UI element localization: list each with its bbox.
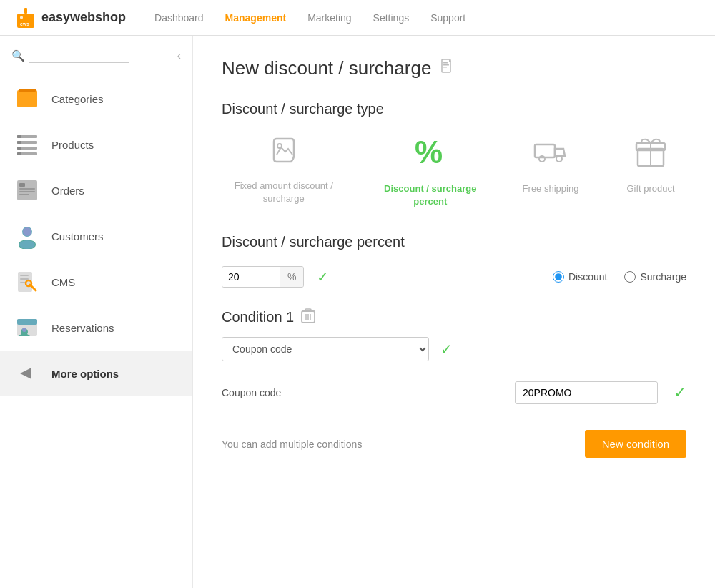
condition-header: Condition 1 [222,308,686,327]
svg-rect-40 [535,144,555,157]
percent-row: % ✓ Discount Surcharge [222,266,686,288]
page-title: New discount / surcharge [222,57,431,79]
sidebar-item-cms[interactable]: CMS [0,259,192,305]
nav-marketing[interactable]: Marketing [307,12,351,24]
percent-section-title: Discount / surcharge percent [222,234,686,250]
percent-check-icon: ✓ [317,268,329,285]
svg-rect-5 [19,89,36,92]
sidebar-item-more-options[interactable]: More options [0,351,192,396]
sidebar-item-more-options-label: More options [51,368,119,380]
sidebar-item-categories-label: Categories [51,93,104,105]
topnav: ews easywebshop Dashboard Management Mar… [0,0,715,36]
condition-title: Condition 1 [222,309,294,325]
search-icon: 🔍 [11,49,25,62]
type-cards: Fixed amount discount / surcharge % Disc… [222,133,686,208]
radio-discount-label: Discount [568,271,607,283]
sidebar: 🔍 ‹ Categories [0,36,193,588]
sidebar-item-categories[interactable]: Categories [0,76,192,122]
svg-rect-15 [19,183,25,187]
svg-rect-30 [17,319,37,325]
reservations-icon [14,315,40,340]
customers-icon [14,223,40,249]
search-input[interactable] [29,49,129,63]
sidebar-item-products-label: Products [51,139,94,151]
sidebar-item-orders[interactable]: Orders [0,167,192,213]
svg-rect-16 [19,188,35,190]
sidebar-item-cms-label: CMS [51,276,75,288]
coupon-label: Coupon code [222,387,365,398]
main-content: New discount / surcharge Discount / surc… [193,36,715,588]
percent-icon: % [412,133,449,175]
type-card-gift[interactable]: Gift product [615,133,686,208]
type-card-percent[interactable]: % Discount / surcharge percent [375,133,487,208]
type-card-percent-label: Discount / surcharge percent [375,182,487,208]
svg-rect-37 [443,67,447,68]
nav-support[interactable]: Support [430,12,465,24]
svg-rect-24 [20,275,29,276]
svg-rect-35 [443,62,448,64]
logo-text: easywebshop [41,10,126,25]
type-card-fixed-label: Fixed amount discount / surcharge [222,180,346,205]
radio-discount-input[interactable] [553,271,564,283]
condition-select-row: Coupon code Minimum order amount Custome… [222,337,686,361]
logo-icon: ews [14,6,37,29]
coupon-row: Coupon code ✓ [222,381,686,404]
type-section-title: Discount / surcharge type [222,101,686,117]
nav-dashboard[interactable]: Dashboard [154,12,204,24]
radio-surcharge-label: Surcharge [640,271,686,283]
shipping-icon [532,133,569,175]
coupon-input[interactable] [515,381,658,404]
discount-surcharge-radio-group: Discount Surcharge [553,271,686,283]
sidebar-item-products[interactable]: Products [0,122,192,167]
radio-discount[interactable]: Discount [553,271,607,283]
svg-point-32 [22,328,26,332]
svg-point-22 [19,240,35,249]
type-card-shipping[interactable]: Free shipping [515,133,586,208]
bottom-row: You can add multiple conditions New cond… [222,430,686,458]
condition-check-icon: ✓ [440,340,453,358]
search-bar: 🔍 ‹ [0,43,192,69]
categories-icon [14,86,40,112]
nav-settings[interactable]: Settings [373,12,410,24]
radio-surcharge[interactable]: Surcharge [624,271,686,283]
svg-rect-1 [20,16,23,19]
new-condition-button[interactable]: New condition [585,430,686,458]
svg-rect-4 [17,90,37,107]
svg-rect-9 [17,141,21,144]
orders-icon [14,177,40,203]
svg-text:%: % [415,134,443,170]
sidebar-item-reservations-label: Reservations [51,322,114,334]
cms-icon [14,269,40,295]
more-options-icon [14,361,40,386]
sidebar-item-reservations[interactable]: Reservations [0,305,192,351]
type-card-fixed[interactable]: Fixed amount discount / surcharge [222,133,346,208]
sidebar-item-customers-label: Customers [51,230,104,242]
percent-symbol-label: % [280,267,303,287]
svg-rect-48 [305,309,311,311]
svg-rect-13 [17,152,21,155]
percent-section: Discount / surcharge percent % ✓ Discoun… [222,234,686,288]
logo[interactable]: ews easywebshop [14,6,126,29]
add-condition-text: You can add multiple conditions [222,438,362,450]
svg-rect-2 [24,8,27,14]
condition-select[interactable]: Coupon code Minimum order amount Custome… [222,337,429,361]
svg-marker-33 [20,368,31,379]
page-header: New discount / surcharge [222,57,686,79]
coupon-check-icon: ✓ [674,383,686,402]
sidebar-collapse-button[interactable]: ‹ [177,49,181,62]
svg-rect-17 [19,191,35,192]
radio-surcharge-input[interactable] [624,271,636,283]
nav-management[interactable]: Management [225,12,287,24]
svg-point-21 [23,227,31,236]
svg-text:ews: ews [20,21,29,26]
trash-icon[interactable] [301,308,315,327]
sidebar-item-customers[interactable]: Customers [0,213,192,259]
percent-input[interactable] [222,267,280,287]
layout: 🔍 ‹ Categories [0,36,715,588]
type-card-shipping-label: Free shipping [523,182,579,195]
svg-rect-7 [17,135,21,138]
svg-rect-11 [17,147,21,150]
condition-section: Condition 1 Coupon code Minimum order a [222,308,686,361]
gift-icon [632,133,669,175]
svg-rect-36 [443,64,449,66]
